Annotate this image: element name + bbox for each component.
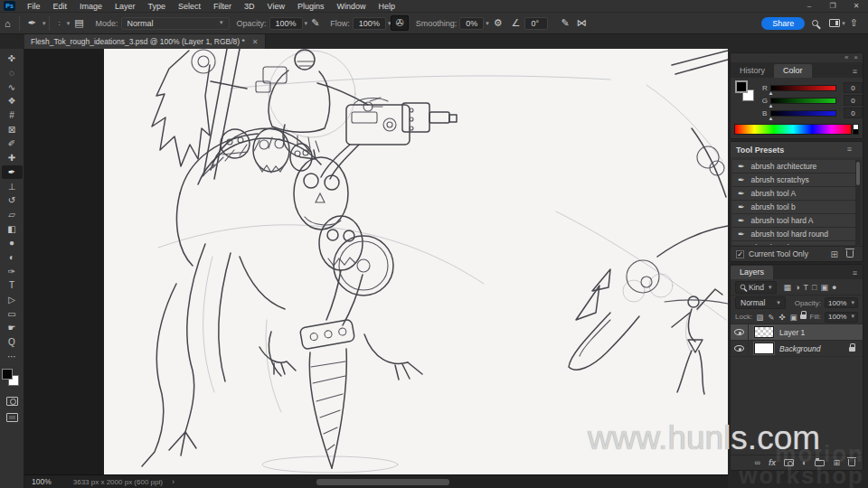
panel-menu-icon[interactable]: ≡	[842, 145, 857, 155]
layer-opacity-field[interactable]: 100% ▾	[825, 297, 858, 308]
path-selection-tool[interactable]: ▷	[2, 293, 23, 307]
airbrush-toggle-icon[interactable]: ✇	[391, 15, 408, 31]
foreground-color-swatch[interactable]	[2, 369, 13, 380]
layer-thumbnail[interactable]	[754, 326, 774, 338]
layer-style-icon[interactable]: fx	[769, 458, 776, 467]
edit-toolbar[interactable]: ⋯	[2, 349, 23, 363]
menu-item[interactable]: Layer	[108, 0, 142, 13]
zoom-level-field[interactable]: 100%	[32, 477, 52, 486]
gradient-tool[interactable]: ◧	[2, 221, 23, 236]
tool-preset-item[interactable]: ✒ abrush tool hard A	[732, 214, 855, 228]
crop-tool[interactable]: #	[2, 108, 23, 123]
green-value[interactable]: 0	[844, 95, 863, 106]
preset-scrollbar[interactable]	[855, 160, 861, 245]
add-mask-icon[interactable]	[784, 459, 794, 466]
rectangle-tool[interactable]: ▭	[2, 306, 23, 321]
filter-type-icon[interactable]: □	[812, 283, 816, 292]
object-selection-tool[interactable]: ❖	[2, 94, 23, 108]
restore-button[interactable]: ❐	[821, 0, 844, 12]
export-icon[interactable]: ⇧	[845, 17, 863, 29]
brush-settings-panel-icon[interactable]: ▤	[70, 17, 88, 29]
blue-value[interactable]: 0	[844, 108, 863, 118]
frame-tool[interactable]: ⊠	[2, 122, 23, 136]
current-tool-only-checkbox[interactable]: ✓	[736, 250, 744, 258]
red-value[interactable]: 0	[844, 82, 863, 93]
status-chevron-icon[interactable]: ›	[172, 477, 175, 486]
brush-tool[interactable]: ✒	[2, 165, 23, 180]
document-tab[interactable]: Flesh_Tok_rough_ideations_3.psd @ 100% (…	[24, 34, 266, 49]
opacity-pressure-icon[interactable]: ✎	[307, 16, 323, 30]
document-canvas[interactable]	[104, 49, 728, 474]
menu-item[interactable]: 3D	[238, 0, 261, 13]
menu-item[interactable]: View	[261, 0, 291, 13]
marquee-tool[interactable]: ◌	[2, 66, 23, 80]
brush-tip-preview[interactable]: :	[53, 19, 64, 27]
panel-menu-icon[interactable]: ≡	[847, 268, 863, 279]
new-preset-icon[interactable]: ⊞	[831, 249, 838, 259]
size-pressure-icon[interactable]: ✎	[557, 16, 572, 30]
tool-preset-item[interactable]: ✒ abrush scratchys	[732, 174, 855, 187]
panel-close-icon[interactable]: ×	[854, 53, 858, 62]
filter-type-icon[interactable]: ◑	[795, 283, 799, 292]
filter-type-icon[interactable]: ▦	[784, 283, 792, 292]
menu-item[interactable]: Filter	[207, 0, 238, 13]
tool-preset-item[interactable]: ✒ abrush tool A	[732, 187, 855, 201]
layer-name[interactable]: Background	[779, 344, 820, 353]
tool-preset-item[interactable]: ✒ abrush tool hard round	[732, 228, 855, 241]
menu-item[interactable]: Plugins	[291, 0, 331, 13]
tool-preset-item[interactable]: ✒ abrush tool b	[732, 201, 855, 214]
menu-item[interactable]: Select	[172, 0, 207, 13]
fill-field[interactable]: 100% ▾	[825, 312, 858, 323]
spectrum-bw-swatches[interactable]	[853, 124, 859, 135]
menu-item[interactable]: Type	[142, 0, 173, 13]
visibility-toggle[interactable]	[731, 324, 749, 340]
lasso-tool[interactable]: ∿	[2, 80, 23, 94]
delete-preset-icon[interactable]	[846, 250, 854, 258]
adjustment-layer-icon[interactable]: ◐	[802, 458, 807, 467]
eyedropper-tool[interactable]: ✐	[2, 136, 23, 151]
move-tool[interactable]: ✜	[2, 52, 23, 66]
document-info[interactable]: 3633 px x 2000 px (600 ppi)	[73, 478, 163, 486]
canvas-workspace[interactable]	[24, 49, 728, 474]
history-brush-tool[interactable]: ↺	[2, 193, 23, 208]
color-spectrum-ramp[interactable]	[734, 124, 852, 135]
filter-type-icon[interactable]: T	[803, 283, 808, 292]
blend-mode-select[interactable]: Normal ▾	[735, 296, 786, 309]
paint-symmetry-icon[interactable]: ⋈	[573, 16, 590, 30]
tab-color[interactable]: Color	[774, 64, 812, 78]
zoom-tool[interactable]: Q	[2, 335, 23, 350]
menu-item[interactable]: Help	[373, 0, 402, 13]
brush-preset-caret-icon[interactable]: ▾	[42, 20, 46, 27]
search-icon[interactable]	[812, 20, 818, 26]
red-slider[interactable]: ▲	[770, 85, 837, 91]
tab-layers[interactable]: Layers	[731, 266, 773, 279]
lock-all-icon[interactable]	[800, 314, 806, 319]
tool-preset-item[interactable]: ✒ abrush architecture	[732, 160, 855, 174]
layer-row-layer1[interactable]: Layer 1	[731, 324, 863, 341]
type-tool[interactable]: T	[2, 278, 23, 293]
menu-item[interactable]: Image	[73, 0, 108, 13]
blue-slider[interactable]: ▲	[770, 110, 837, 117]
visibility-toggle[interactable]	[731, 341, 749, 356]
healing-brush-tool[interactable]: ✚	[2, 151, 23, 165]
brush-tool-icon[interactable]: ✒	[24, 17, 41, 29]
smoothing-field[interactable]: 0%	[459, 17, 484, 30]
link-layers-icon[interactable]: ∞	[755, 458, 760, 467]
blur-tool[interactable]: ●	[2, 236, 23, 250]
tab-history[interactable]: History	[731, 64, 774, 78]
pen-tool[interactable]: ✑	[2, 264, 23, 278]
lock-option-icon[interactable]: ▣	[789, 313, 797, 322]
quick-mask-icon[interactable]	[2, 394, 23, 408]
lock-option-icon[interactable]: ✜	[778, 313, 785, 322]
green-slider[interactable]: ▲	[770, 98, 837, 104]
filter-kind-select[interactable]: Kind ▾	[735, 281, 777, 294]
lock-option-icon[interactable]: ▨	[756, 313, 763, 322]
new-layer-icon[interactable]: ⊞	[833, 458, 840, 467]
workspace-switcher-icon[interactable]	[829, 19, 840, 27]
screen-mode-icon[interactable]	[2, 410, 23, 425]
menu-item[interactable]: Window	[331, 0, 373, 13]
lock-option-icon[interactable]: ✎	[768, 313, 774, 322]
layer-name[interactable]: Layer 1	[779, 328, 805, 337]
panel-color-swatches[interactable]	[735, 80, 757, 104]
filter-type-icon[interactable]: ▣	[820, 283, 828, 292]
